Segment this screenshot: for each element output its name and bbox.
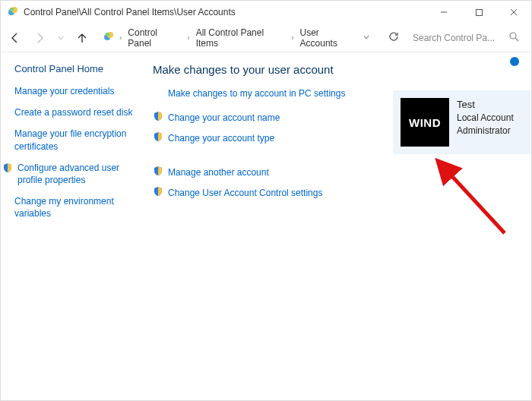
control-panel-home-link[interactable]: Control Panel Home: [14, 63, 144, 74]
sidebar: Control Panel Home Manage your credentia…: [1, 63, 153, 400]
forward-button[interactable]: [33, 31, 46, 45]
avatar: WIND: [401, 98, 449, 147]
sidebar-link-label: Change my environment variables: [14, 195, 144, 219]
action-label: Change your account name: [168, 112, 280, 123]
up-button[interactable]: [75, 31, 89, 45]
shield-icon: [153, 131, 163, 144]
main-panel: Make changes to your user account Make c…: [153, 63, 531, 400]
action-uac-settings[interactable]: Change User Account Control settings: [153, 186, 519, 199]
chevron-right-icon: ›: [187, 33, 189, 42]
control-panel-icon: [7, 5, 19, 20]
sidebar-link-encryption[interactable]: Manage your file encryption certificates: [14, 128, 144, 152]
chevron-down-icon[interactable]: [363, 33, 370, 43]
account-name: Test: [457, 98, 514, 112]
search-placeholder: Search Control Pa...: [413, 33, 495, 43]
toolbar: › Control Panel › All Control Panel Item…: [1, 24, 531, 52]
account-info: Test Local Account Administrator: [457, 98, 514, 147]
sidebar-link-env-vars[interactable]: Change my environment variables: [14, 195, 144, 219]
breadcrumb-item[interactable]: Control Panel: [126, 26, 182, 50]
minimize-button[interactable]: [426, 1, 461, 24]
recent-dropdown[interactable]: [57, 31, 65, 45]
svg-point-10: [510, 33, 516, 39]
shield-icon: [2, 163, 13, 176]
sidebar-link-reset-disk[interactable]: Create a password reset disk: [14, 106, 144, 118]
svg-rect-2: [10, 8, 14, 11]
svg-rect-9: [106, 33, 109, 36]
maximize-button[interactable]: [461, 1, 496, 24]
breadcrumb-item[interactable]: All Control Panel Items: [195, 26, 287, 50]
refresh-button[interactable]: [388, 31, 399, 44]
breadcrumb-item[interactable]: User Accounts: [299, 26, 358, 50]
sidebar-link-profile-props[interactable]: Configure advanced user profile properti…: [14, 162, 144, 186]
close-button[interactable]: [496, 1, 531, 24]
action-label: Change User Account Control settings: [168, 188, 322, 198]
sidebar-link-label: Manage your credentials: [14, 85, 114, 97]
titlebar: Control Panel\All Control Panel Items\Us…: [1, 1, 531, 24]
chevron-right-icon: ›: [119, 33, 122, 42]
shield-icon: [153, 166, 163, 178]
window-controls: [426, 1, 531, 24]
account-role: Administrator: [457, 125, 514, 137]
action-label: Change your account type: [168, 133, 274, 144]
search-icon: [509, 32, 519, 44]
shield-icon: [153, 111, 163, 124]
action-manage-another[interactable]: Manage another account: [153, 166, 519, 178]
search-input[interactable]: Search Control Pa...: [410, 29, 524, 47]
sidebar-link-credentials[interactable]: Manage your credentials: [14, 85, 144, 97]
svg-line-11: [515, 38, 518, 41]
action-label: Manage another account: [168, 167, 269, 178]
content-area: Control Panel Home Manage your credentia…: [1, 52, 531, 400]
shield-icon: [153, 186, 163, 199]
sidebar-link-label: Configure advanced user profile properti…: [17, 162, 144, 186]
svg-rect-4: [476, 9, 482, 15]
back-button[interactable]: [8, 31, 22, 45]
account-type: Local Account: [457, 112, 514, 125]
window-title: Control Panel\All Control Panel Items\Us…: [24, 7, 236, 17]
control-panel-icon: [103, 30, 115, 45]
page-heading: Make changes to your user account: [153, 63, 519, 76]
account-card: WIND Test Local Account Administrator: [393, 90, 531, 154]
sidebar-link-label: Create a password reset disk: [14, 106, 132, 118]
chevron-right-icon: ›: [291, 33, 293, 42]
breadcrumb[interactable]: › Control Panel › All Control Panel Item…: [103, 26, 378, 50]
sidebar-link-label: Manage your file encryption certificates: [14, 128, 144, 152]
